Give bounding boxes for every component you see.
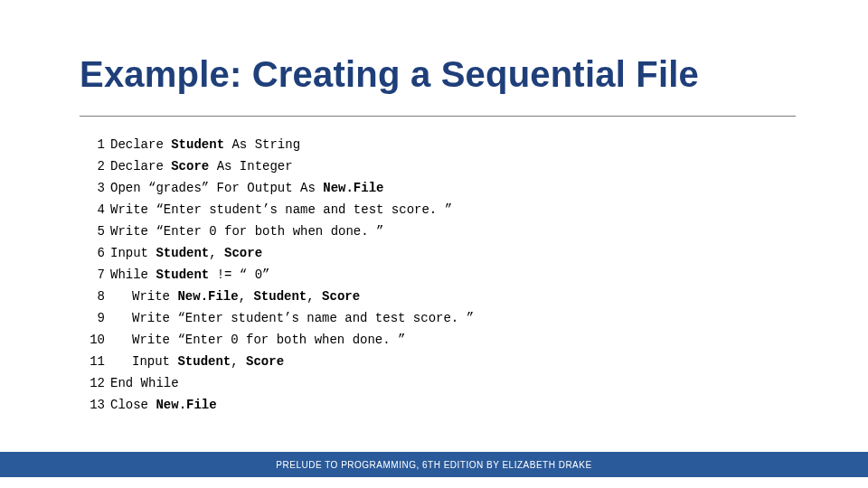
code-text: Declare xyxy=(110,137,171,152)
code-line: 3Open “grades” For Output As New.File xyxy=(83,177,474,199)
line-number: 1 xyxy=(83,134,105,155)
code-indent: Write “Enter 0 for both when done. ” xyxy=(110,333,405,347)
line-number: 2 xyxy=(83,155,105,177)
code-text: Write “Enter 0 for both when done. ” xyxy=(132,333,405,347)
line-number: 4 xyxy=(83,199,105,221)
line-number: 7 xyxy=(83,264,105,286)
code-line: 7While Student != “ 0” xyxy=(83,264,474,286)
code-bold: Student xyxy=(156,267,209,282)
code-text: , xyxy=(307,289,322,304)
line-number: 8 xyxy=(83,286,105,307)
code-text: , xyxy=(239,289,254,304)
line-number: 12 xyxy=(83,372,105,394)
code-line: 12End While xyxy=(83,372,474,394)
code-line: 5Write “Enter 0 for both when done. ” xyxy=(83,221,474,242)
code-bold: Score xyxy=(246,354,284,369)
code-bold: Score xyxy=(171,159,209,174)
code-line: 9Write “Enter student’s name and test sc… xyxy=(83,307,474,329)
line-number: 3 xyxy=(83,177,105,199)
line-number: 11 xyxy=(83,351,105,372)
code-text: Write “Enter 0 for both when done. ” xyxy=(110,224,383,239)
code-text: While xyxy=(110,267,156,282)
code-line: 13Close New.File xyxy=(83,394,474,416)
code-line: 1Declare Student As String xyxy=(83,134,474,155)
code-line: 11Input Student, Score xyxy=(83,351,474,372)
line-number: 9 xyxy=(83,307,105,329)
code-bold: New.File xyxy=(156,398,216,412)
slide: Example: Creating a Sequential File 1Dec… xyxy=(0,0,868,488)
footer-text: PRELUDE TO PROGRAMMING, 6TH EDITION BY E… xyxy=(276,460,591,470)
code-bold: Student xyxy=(156,246,209,260)
code-block: 1Declare Student As String 2Declare Scor… xyxy=(83,134,474,416)
slide-title: Example: Creating a Sequential File xyxy=(80,54,699,95)
code-bold: New.File xyxy=(323,181,383,195)
code-text: Write xyxy=(132,289,177,304)
code-text: As String xyxy=(224,137,300,152)
code-text: Input xyxy=(132,354,177,369)
code-text: != “ 0” xyxy=(209,267,269,282)
code-bold: Student xyxy=(177,354,231,369)
line-number: 13 xyxy=(83,394,105,416)
footer-bar: PRELUDE TO PROGRAMMING, 6TH EDITION BY E… xyxy=(0,452,868,477)
code-text: , xyxy=(231,354,246,369)
code-bold: Score xyxy=(322,289,360,304)
line-number: 5 xyxy=(83,221,105,242)
code-indent: Write New.File, Student, Score xyxy=(110,289,360,304)
code-line: 4Write “Enter student’s name and test sc… xyxy=(83,199,474,221)
code-text: End While xyxy=(110,376,179,390)
code-line: 6Input Student, Score xyxy=(83,242,474,264)
code-text: As Integer xyxy=(209,159,292,174)
line-number: 10 xyxy=(83,329,105,351)
code-text: Input xyxy=(110,246,156,260)
code-text: , xyxy=(209,246,224,260)
code-bold: Score xyxy=(224,246,262,260)
code-indent: Input Student, Score xyxy=(110,354,284,369)
code-bold: Student xyxy=(171,137,224,152)
code-text: Close xyxy=(110,398,156,412)
line-number: 6 xyxy=(83,242,105,264)
code-text: Declare xyxy=(110,159,171,174)
code-text: Write “Enter student’s name and test sco… xyxy=(132,311,474,325)
title-divider xyxy=(80,116,796,117)
code-bold: New.File xyxy=(177,289,238,304)
code-bold: Student xyxy=(253,289,307,304)
code-indent: Write “Enter student’s name and test sco… xyxy=(110,311,474,325)
code-line: 8Write New.File, Student, Score xyxy=(83,286,474,307)
code-line: 10Write “Enter 0 for both when done. ” xyxy=(83,329,474,351)
code-text: Write “Enter student’s name and test sco… xyxy=(110,202,452,217)
code-text: Open “grades” For Output As xyxy=(110,181,323,195)
code-line: 2Declare Score As Integer xyxy=(83,155,474,177)
